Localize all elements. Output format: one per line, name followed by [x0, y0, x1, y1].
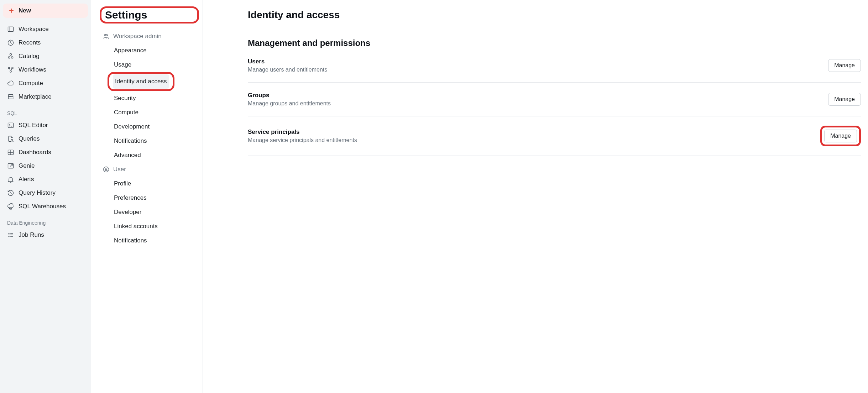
page-title: Identity and access [248, 9, 861, 21]
manage-service-principals-button[interactable]: Manage [824, 130, 857, 142]
row-groups: Groups Manage groups and entitlements Ma… [248, 92, 861, 116]
nav-item-label: Catalog [19, 53, 40, 60]
row-users: Users Manage users and entitlements Mana… [248, 58, 861, 83]
svg-point-12 [10, 208, 12, 209]
admin-icon [103, 33, 110, 40]
terminal-icon [7, 122, 14, 129]
row-title-groups: Groups [248, 92, 331, 99]
settings-item-linked-accounts[interactable]: Linked accounts [100, 219, 199, 234]
row-desc-users: Manage users and entitlements [248, 67, 327, 73]
manage-sp-highlight: Manage [820, 126, 861, 146]
sidebar-layout-icon [7, 26, 14, 33]
settings-group-workspace-admin: Workspace admin [100, 29, 199, 43]
svg-point-4 [11, 57, 13, 58]
settings-item-appearance[interactable]: Appearance [100, 43, 199, 58]
settings-title-highlight: Settings [100, 6, 199, 23]
nav-item-label: Workflows [19, 66, 46, 73]
store-icon [7, 93, 14, 100]
settings-item-compute[interactable]: Compute [100, 105, 199, 120]
nav-item-label: Compute [19, 80, 43, 87]
row-desc-sp: Manage service principals and entitlemen… [248, 137, 357, 143]
cloud-db-icon [7, 203, 14, 210]
manage-groups-button[interactable]: Manage [828, 93, 861, 106]
new-button-label: New [19, 7, 31, 14]
file-search-icon [7, 135, 14, 142]
nav-item-label: SQL Warehouses [19, 203, 66, 210]
clock-icon [7, 39, 14, 46]
svg-point-7 [10, 71, 11, 72]
nav-item-query-history[interactable]: Query History [3, 187, 88, 199]
settings-item-notifications-user[interactable]: Notifications [100, 234, 199, 248]
grid-icon [7, 149, 14, 156]
nav-item-label: Query History [19, 189, 56, 197]
row-title-users: Users [248, 58, 327, 65]
svg-point-3 [8, 57, 10, 58]
workflow-icon [7, 66, 14, 73]
nav-item-label: Marketplace [19, 93, 52, 100]
nav-item-catalog[interactable]: Catalog [3, 50, 88, 63]
nav-item-label: Workspace [19, 26, 49, 33]
arrow-out-icon [7, 162, 14, 169]
svg-point-2 [10, 54, 12, 56]
settings-item-identity-highlight: Identity and access [108, 72, 174, 91]
nav-item-job-runs[interactable]: Job Runs [3, 229, 88, 241]
nav-item-label: Genie [19, 162, 35, 169]
nav-item-label: Dashboards [19, 149, 51, 156]
nav-item-recents[interactable]: Recents [3, 36, 88, 49]
settings-item-advanced[interactable]: Advanced [100, 148, 199, 162]
svg-point-13 [104, 34, 106, 36]
settings-group-label: Workspace admin [113, 33, 162, 40]
nav-item-queries[interactable]: Queries [3, 132, 88, 145]
settings-item-preferences[interactable]: Preferences [100, 191, 199, 205]
settings-item-development[interactable]: Development [100, 120, 199, 134]
settings-item-notifications-ws[interactable]: Notifications [100, 134, 199, 148]
svg-rect-0 [8, 27, 14, 31]
new-button[interactable]: New [3, 4, 88, 18]
section-title: Management and permissions [248, 38, 861, 48]
nav-section-de: Data Engineering [3, 214, 88, 228]
manage-users-button[interactable]: Manage [828, 59, 861, 72]
nav-item-sql-warehouses[interactable]: SQL Warehouses [3, 200, 88, 213]
svg-point-16 [105, 168, 107, 170]
divider [248, 25, 861, 25]
svg-rect-8 [8, 123, 14, 127]
content: Identity and access Management and permi… [203, 0, 868, 393]
nav-item-alerts[interactable]: Alerts [3, 173, 88, 186]
nav-item-compute[interactable]: Compute [3, 77, 88, 90]
settings-item-identity-access[interactable]: Identity and access [113, 74, 169, 89]
nav-item-label: Alerts [19, 176, 34, 183]
nav-item-label: Queries [19, 135, 40, 142]
nav-item-sql-editor[interactable]: SQL Editor [3, 119, 88, 132]
nav-item-label: Recents [19, 39, 41, 46]
nav-item-marketplace[interactable]: Marketplace [3, 90, 88, 103]
settings-item-profile[interactable]: Profile [100, 177, 199, 191]
nav-item-workspace[interactable]: Workspace [3, 23, 88, 36]
nav-item-genie[interactable]: Genie [3, 159, 88, 172]
settings-item-security[interactable]: Security [100, 91, 199, 105]
row-title-sp: Service principals [248, 129, 357, 136]
user-icon [103, 166, 110, 173]
list-icon [7, 231, 14, 239]
nav-item-label: SQL Editor [19, 122, 48, 129]
svg-point-14 [106, 34, 108, 36]
nav-item-workflows[interactable]: Workflows [3, 63, 88, 76]
row-service-principals: Service principals Manage service princi… [248, 126, 861, 156]
plus-icon [8, 7, 15, 14]
history-icon [7, 189, 14, 197]
nav-section-sql: SQL [3, 104, 88, 118]
svg-point-9 [11, 140, 13, 141]
cloud-icon [7, 80, 14, 87]
settings-item-usage[interactable]: Usage [100, 58, 199, 72]
nav-item-label: Job Runs [19, 231, 44, 239]
settings-group-user: User [100, 162, 199, 177]
row-desc-groups: Manage groups and entitlements [248, 100, 331, 107]
settings-item-developer[interactable]: Developer [100, 205, 199, 219]
settings-nav: Settings Workspace admin Appearance Usag… [91, 0, 203, 393]
settings-group-label: User [113, 166, 126, 173]
bell-icon [7, 176, 14, 183]
stack-icon [7, 53, 14, 60]
main-nav: New Workspace Recents Catalog Workflows … [0, 0, 91, 393]
settings-title: Settings [105, 9, 147, 21]
nav-item-dashboards[interactable]: Dashboards [3, 146, 88, 159]
